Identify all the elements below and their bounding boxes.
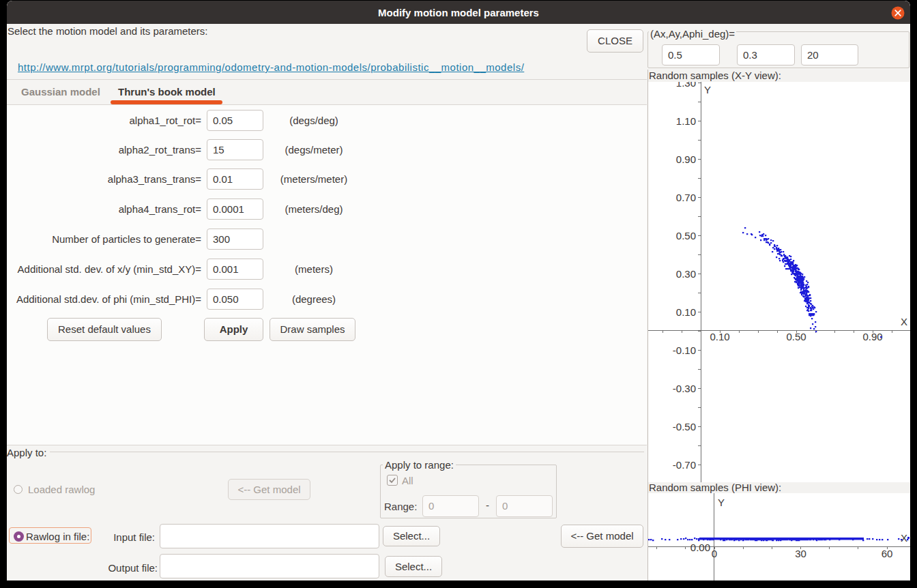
svg-text:-0.50: -0.50 xyxy=(673,421,696,432)
svg-text:0.70: 0.70 xyxy=(676,192,696,203)
svg-text:0.00: 0.00 xyxy=(690,542,710,553)
svg-text:0.90: 0.90 xyxy=(676,153,696,165)
svg-text:X: X xyxy=(901,316,907,327)
svg-text:0.50: 0.50 xyxy=(676,230,696,241)
svg-text:0.30: 0.30 xyxy=(676,268,696,280)
svg-text:60: 60 xyxy=(882,548,893,559)
svg-text:Y: Y xyxy=(704,84,711,95)
svg-text:0.10: 0.10 xyxy=(676,306,696,318)
svg-text:X: X xyxy=(901,532,907,544)
svg-text:-0.30: -0.30 xyxy=(673,383,696,394)
svg-text:0.90: 0.90 xyxy=(862,331,882,342)
svg-text:0.50: 0.50 xyxy=(786,331,806,342)
svg-text:1.10: 1.10 xyxy=(676,115,696,127)
svg-text:-0.70: -0.70 xyxy=(673,459,696,471)
svg-text:Y: Y xyxy=(718,497,725,508)
svg-text:0.10: 0.10 xyxy=(710,331,729,342)
svg-text:30: 30 xyxy=(795,548,806,559)
svg-text:-0.10: -0.10 xyxy=(673,344,696,356)
svg-text:1.30: 1.30 xyxy=(676,82,696,89)
svg-text:0: 0 xyxy=(712,548,717,559)
